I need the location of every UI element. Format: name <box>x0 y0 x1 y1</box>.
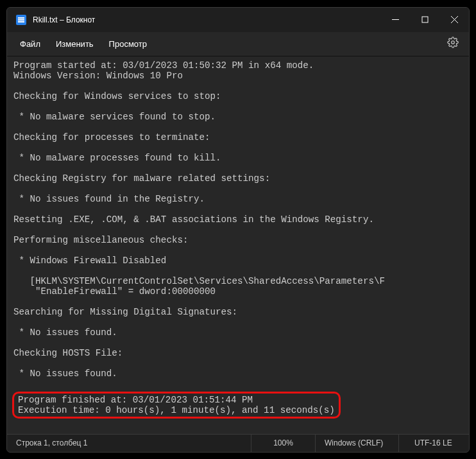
line: * No issues found in the Registry. <box>13 194 205 204</box>
svg-rect-1 <box>422 17 428 22</box>
line: Performing miscellaneous checks: <box>13 235 188 245</box>
menu-edit[interactable]: Изменить <box>48 35 101 53</box>
statusbar: Строка 1, столбец 1 100% Windows (CRLF) … <box>7 434 469 452</box>
line: Windows Version: Windows 10 Pro <box>13 71 183 81</box>
notepad-window: Rkill.txt – Блокнот Файл Изменить Просмо… <box>6 7 470 453</box>
line: Program started at: 03/01/2023 01:50:32 … <box>13 60 314 71</box>
titlebar[interactable]: Rkill.txt – Блокнот <box>7 8 469 32</box>
svg-point-4 <box>452 41 455 44</box>
window-controls <box>380 8 469 32</box>
line: Program finished at: 03/01/2023 01:51:44… <box>18 395 253 405</box>
text-content[interactable]: Program started at: 03/01/2023 01:50:32 … <box>7 56 469 434</box>
line: Checking for Windows services to stop: <box>13 91 221 101</box>
line: * No malware services found to stop. <box>13 112 216 122</box>
line: "EnableFirewall" = dword:00000000 <box>13 286 216 297</box>
maximize-button[interactable] <box>410 8 439 32</box>
line: * No issues found. <box>13 327 117 338</box>
status-encoding: Windows (CRLF) <box>315 435 398 452</box>
settings-button[interactable] <box>442 34 464 53</box>
line: Checking HOSTS File: <box>13 348 123 358</box>
line: * No malware processes found to kill. <box>13 153 221 163</box>
line: Checking Registry for malware related se… <box>13 173 270 184</box>
status-position: Строка 1, столбец 1 <box>7 435 251 452</box>
line: Checking for processes to terminate: <box>13 132 210 143</box>
line: * No issues found. <box>13 368 117 379</box>
line: * Windows Firewall Disabled <box>13 255 166 266</box>
status-zoom[interactable]: 100% <box>251 435 315 452</box>
menu-file[interactable]: Файл <box>12 35 48 53</box>
window-title: Rkill.txt – Блокнот <box>33 15 95 24</box>
status-charset: UTF-16 LE <box>398 435 469 452</box>
notepad-icon <box>16 15 26 25</box>
line: [HKLM\SYSTEM\CurrentControlSet\Services\… <box>13 276 385 286</box>
menubar: Файл Изменить Просмотр <box>7 32 469 56</box>
line: Execution time: 0 hours(s), 1 minute(s),… <box>18 405 335 415</box>
minimize-button[interactable] <box>380 8 410 32</box>
close-button[interactable] <box>439 8 469 32</box>
line: Searching for Missing Digital Signatures… <box>13 307 237 317</box>
highlight-annotation: Program finished at: 03/01/2023 01:51:44… <box>12 392 341 419</box>
title-left: Rkill.txt – Блокнот <box>7 15 380 25</box>
menu-view[interactable]: Просмотр <box>101 35 155 53</box>
line: Resetting .EXE, .COM, & .BAT association… <box>13 214 374 225</box>
